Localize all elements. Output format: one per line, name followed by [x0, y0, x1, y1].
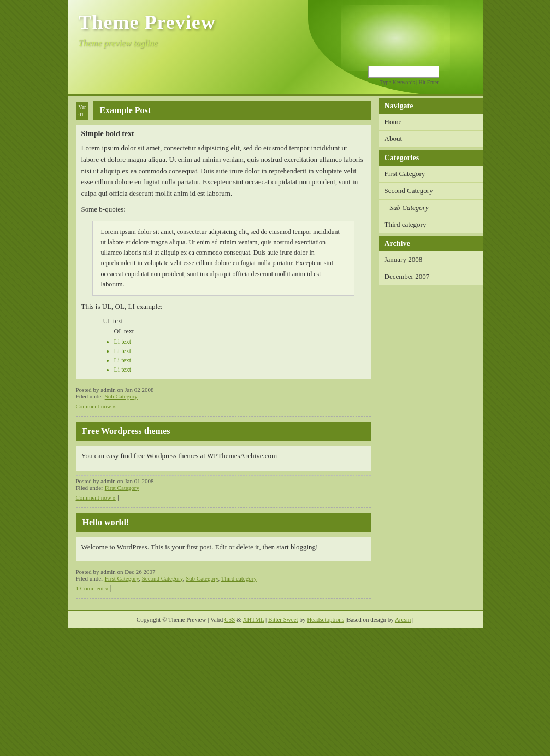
date-badge: Ver 01	[76, 102, 89, 120]
sidebar-archive-section: Archive January 2008 December 2007	[379, 236, 483, 285]
ul-ol-example: UL text OL text Li text Li text Li text …	[103, 317, 365, 374]
footer: Copyright © Theme Preview | Valid CSS & …	[68, 610, 483, 628]
filed-under-link[interactable]: Sub Category	[105, 393, 138, 400]
post-free-wordpress: Free Wordpress themes You can easy find …	[76, 422, 371, 508]
ul-ol-label: This is UL, OL, LI example:	[81, 301, 365, 313]
footer-arcsin-link[interactable]: Arcsin	[395, 616, 411, 623]
post-paragraph: You can easy find free Wordpress themes …	[81, 450, 365, 462]
filed-under-label: Filed under	[76, 484, 105, 491]
comment-now-link[interactable]: Comment now »	[76, 494, 116, 501]
footer-bitter-pre: |	[264, 616, 268, 623]
footer-xhtml-link[interactable]: XHTML	[243, 616, 264, 623]
site-header: Theme Preview Theme preview tagline Type…	[68, 0, 483, 96]
separator: |	[117, 493, 119, 501]
comment-now-link[interactable]: Comment now »	[76, 403, 116, 409]
site-tagline: Theme preview tagline	[79, 38, 483, 48]
footer-end: |	[411, 616, 413, 623]
bquote-label: Some b-quotes:	[81, 204, 365, 215]
comment-count-link[interactable]: 1 Comment »	[76, 585, 109, 591]
footer-by-pre: by	[298, 616, 307, 623]
sidebar-navigate-section: Navigate Home About	[379, 98, 483, 148]
post-body: Simple bold text Lorem ipsum dolor sit a…	[76, 125, 371, 379]
footer-copyright: Copyright © Theme Preview | Valid	[137, 616, 224, 623]
sidebar-categories-section: Categories First Category Second Categor…	[379, 150, 483, 233]
list-item: Li text	[114, 366, 365, 374]
post-author-date: Posted by admin on Dec 26 2007	[76, 569, 156, 575]
filed-under-link-2[interactable]: Second Category	[142, 575, 183, 582]
sidebar-item-second-category[interactable]: Second Category	[379, 183, 483, 200]
filed-under-link-4[interactable]: Third category	[221, 575, 257, 582]
post-paragraph: Lorem ipsum dolor sit amet, consectetur …	[81, 143, 365, 200]
li-list: Li text Li text Li text Li text	[114, 338, 365, 374]
navigate-heading: Navigate	[379, 98, 483, 114]
sidebar-item-first-category[interactable]: First Category	[379, 166, 483, 183]
comment-link: Comment now » |	[76, 493, 371, 502]
post-body: Welcome to WordPress. This is your first…	[76, 537, 371, 562]
sidebar: Navigate Home About Categories First Cat…	[379, 96, 483, 610]
sidebar-item-sub-category[interactable]: Sub Category	[379, 200, 483, 216]
comment-link: Comment now »	[76, 402, 371, 411]
post-author-date: Posted by admin on Jan 01 2008	[76, 478, 154, 484]
list-item: Li text	[114, 338, 365, 346]
post-meta: Posted by admin on Jan 01 2008 Filed und…	[76, 475, 371, 493]
sidebar-item-jan-2008[interactable]: January 2008	[379, 251, 483, 268]
footer-bitter-sweet-link[interactable]: Bitter Sweet	[268, 616, 298, 623]
post-paragraph: Welcome to WordPress. This is your first…	[81, 542, 365, 553]
footer-headsetoptions-link[interactable]: Headsetoptions	[307, 616, 344, 623]
site-title: Theme Preview	[79, 11, 483, 34]
list-item: Li text	[114, 347, 365, 355]
sidebar-item-third-category[interactable]: Third category	[379, 216, 483, 233]
sidebar-item-home[interactable]: Home	[379, 114, 483, 131]
post-title-bar: Hello world!	[76, 513, 371, 532]
filed-under-link-1[interactable]: First Category	[105, 575, 139, 582]
comment-link: 1 Comment » |	[76, 584, 371, 593]
post-meta: Posted by admin on Jan 02 2008 Filed und…	[76, 384, 371, 402]
sidebar-item-dec-2007[interactable]: December 2007	[379, 268, 483, 285]
ul-text: UL text	[103, 317, 365, 325]
badge-ver: Ver	[79, 104, 86, 110]
list-item: Li text	[114, 356, 365, 365]
filed-under-label: Filed under	[76, 393, 105, 400]
footer-amp: &	[235, 616, 243, 623]
post-heading: Simple bold text	[81, 130, 365, 138]
post-title-link[interactable]: Example Post	[99, 106, 151, 115]
post-author-date: Posted by admin on Jan 02 2008	[76, 386, 154, 393]
post-title-bar: Example Post	[93, 101, 370, 120]
search-input[interactable]	[368, 66, 439, 78]
filed-under-label: Filed under	[76, 575, 105, 582]
separator: |	[110, 584, 112, 592]
post-example: Ver 01 Example Post Simple bold text Lor…	[76, 101, 371, 417]
search-hint: Type Keywords | Hit Enter	[368, 79, 439, 85]
main-content: Ver 01 Example Post Simple bold text Lor…	[68, 96, 379, 610]
filed-under-link[interactable]: First Category	[105, 484, 139, 491]
filed-under-link-3[interactable]: Sub Category	[186, 575, 218, 582]
archive-heading: Archive	[379, 236, 483, 251]
footer-css-link[interactable]: CSS	[224, 616, 235, 623]
footer-based-pre: |Based on design by	[344, 616, 395, 623]
badge-day: 01	[79, 112, 84, 118]
ol-text: OL text	[114, 327, 365, 336]
search-box: Type Keywords | Hit Enter	[368, 66, 439, 85]
post-meta: Posted by admin on Dec 26 2007 Filed und…	[76, 566, 371, 584]
post-blockquote: Lorem ipsum dolor sit amet, consectetur …	[92, 221, 354, 296]
post-title-bar: Free Wordpress themes	[76, 422, 371, 441]
post-hello-world: Hello world! Welcome to WordPress. This …	[76, 513, 371, 599]
sidebar-item-about[interactable]: About	[379, 131, 483, 148]
post-title-link[interactable]: Free Wordpress themes	[82, 426, 170, 436]
post-title-link[interactable]: Hello world!	[82, 518, 129, 527]
categories-heading: Categories	[379, 150, 483, 166]
post-body: You can easy find free Wordpress themes …	[76, 446, 371, 471]
